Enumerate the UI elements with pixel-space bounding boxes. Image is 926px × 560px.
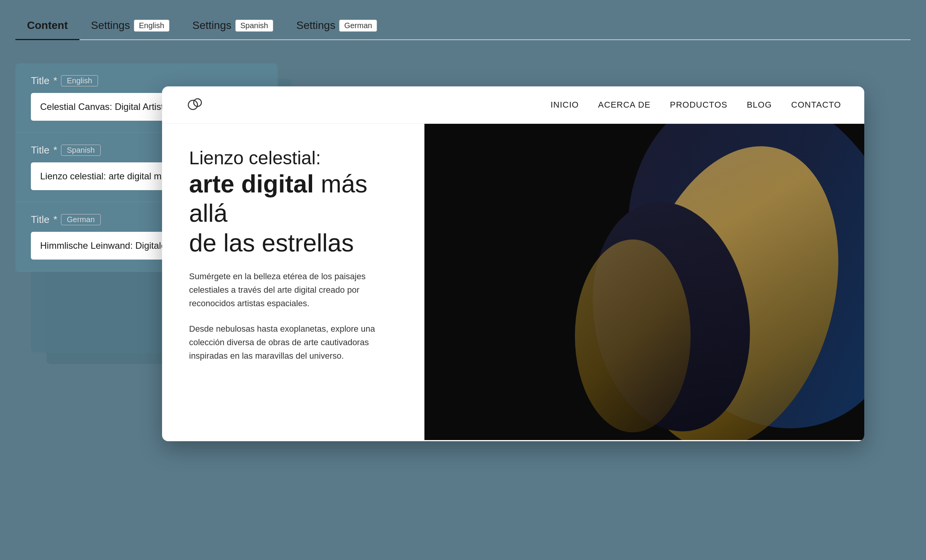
preview-text-side: Lienzo celestial: arte digital más allá … [162, 124, 424, 440]
preview-title-large: arte digital más allá de las estrellas [189, 169, 397, 258]
tab-settings-spanish[interactable]: Settings Spanish [181, 12, 285, 39]
tab-badge-english: English [134, 20, 169, 32]
nav-link-acercade[interactable]: ACERCA DE [598, 100, 651, 110]
nav-link-contacto[interactable]: CONTACTO [791, 100, 841, 110]
preview-title-bold: arte digital [189, 170, 314, 198]
preview-title-small: Lienzo celestial: [189, 147, 397, 169]
lang-badge-english: English [61, 75, 98, 86]
preview-logo-icon [185, 98, 204, 112]
preview-hero: Lienzo celestial: arte digital más allá … [162, 124, 864, 440]
abstract-shape-4 [575, 240, 691, 432]
content-area: Title * English Title * Spanish Title [15, 63, 911, 554]
tab-settings-english[interactable]: Settings English [79, 12, 181, 39]
preview-description2: Desde nebulosas hasta exoplanetas, explo… [189, 322, 397, 363]
field-label-english: Title * English [31, 75, 262, 87]
tab-badge-spanish: Spanish [235, 20, 273, 32]
preview-description1: Sumérgete en la belleza etérea de los pa… [189, 270, 397, 310]
tab-settings-german[interactable]: Settings German [285, 12, 389, 39]
nav-link-inicio[interactable]: INICIO [551, 100, 579, 110]
lang-badge-spanish: Spanish [61, 145, 100, 156]
preview-image-side [424, 124, 864, 440]
preview-title-line3: de las estrellas [189, 229, 354, 257]
main-container: Content Settings English Settings Spanis… [0, 0, 926, 560]
lang-badge-german: German [61, 214, 100, 225]
tabs-bar: Content Settings English Settings Spanis… [15, 12, 911, 40]
preview-navbar: INICIO ACERCA DE PRODUCTOS BLOG CONTACTO [162, 86, 864, 124]
tab-content[interactable]: Content [15, 12, 79, 39]
tab-badge-german: German [339, 20, 377, 32]
preview-title-line1: Lienzo celestial: arte digital más allá … [189, 147, 397, 258]
svg-point-0 [188, 100, 198, 110]
preview-panel: INICIO ACERCA DE PRODUCTOS BLOG CONTACTO… [162, 86, 864, 441]
nav-link-productos[interactable]: PRODUCTOS [670, 100, 727, 110]
preview-nav-links: INICIO ACERCA DE PRODUCTOS BLOG CONTACTO [551, 100, 841, 110]
nav-link-blog[interactable]: BLOG [747, 100, 772, 110]
